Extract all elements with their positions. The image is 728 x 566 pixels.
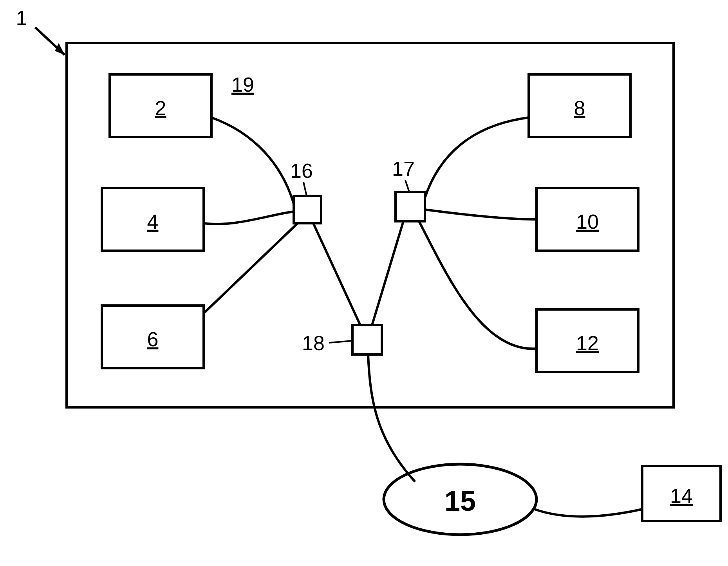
box-10: 10 xyxy=(537,188,638,251)
svg-marker-1 xyxy=(55,43,65,55)
link-6-16 xyxy=(204,223,298,313)
link-2-16 xyxy=(211,118,294,204)
svg-line-13 xyxy=(329,341,352,343)
junction-17-label: 17 xyxy=(392,157,415,180)
frame-label-19: 19 xyxy=(231,73,254,96)
box-6-label: 6 xyxy=(147,328,159,351)
box-2: 2 xyxy=(110,74,211,137)
svg-rect-10 xyxy=(396,192,425,221)
box-4: 4 xyxy=(102,188,204,251)
oval-15-label: 15 xyxy=(444,485,476,517)
junction-16-label: 16 xyxy=(290,159,313,182)
svg-rect-12 xyxy=(352,325,382,354)
link-18-15 xyxy=(368,354,415,482)
figure-pointer: 1 xyxy=(16,7,65,55)
box-6: 6 xyxy=(102,306,204,368)
link-15-14 xyxy=(535,509,642,517)
box-12-label: 12 xyxy=(576,332,599,354)
svg-line-11 xyxy=(405,180,409,192)
box-2-label: 2 xyxy=(155,97,166,119)
svg-line-9 xyxy=(303,182,307,196)
box-8: 8 xyxy=(529,74,630,137)
figure-label-1: 1 xyxy=(16,7,27,29)
link-8-17 xyxy=(425,118,529,198)
box-14-label: 14 xyxy=(670,485,693,507)
oval-15: 15 xyxy=(384,464,537,535)
link-10-17 xyxy=(425,210,537,219)
box-12: 12 xyxy=(537,309,638,372)
link-16-18 xyxy=(313,223,360,325)
junction-18: 18 xyxy=(302,325,382,354)
figure-canvas: 1 19 2 4 6 8 10 12 16 17 xyxy=(0,0,728,566)
box-8-label: 8 xyxy=(574,97,585,119)
link-4-16 xyxy=(204,212,294,224)
svg-rect-8 xyxy=(294,196,321,223)
link-17-18 xyxy=(372,221,403,325)
box-10-label: 10 xyxy=(576,210,599,233)
box-4-label: 4 xyxy=(147,210,159,233)
link-12-17 xyxy=(419,221,537,349)
box-14: 14 xyxy=(642,466,721,521)
junction-16: 16 xyxy=(290,159,321,223)
junction-18-label: 18 xyxy=(302,332,325,354)
junction-17: 17 xyxy=(392,157,425,221)
